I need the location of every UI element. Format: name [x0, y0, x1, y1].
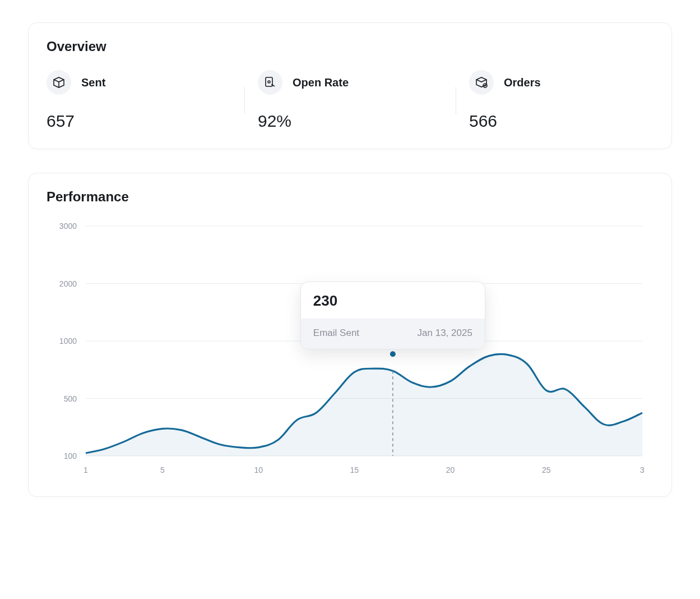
money-hand-icon — [258, 70, 282, 95]
performance-chart[interactable]: 10050010002000300015101520253 230 Email … — [47, 220, 653, 478]
stat-sent-label: Sent — [81, 76, 105, 89]
svg-text:100: 100 — [64, 451, 77, 460]
svg-text:500: 500 — [64, 394, 77, 403]
svg-text:1000: 1000 — [59, 337, 77, 345]
overview-stats: Sent 657 Open Rate 92% Orders 566 — [47, 70, 653, 131]
overview-card: Overview Sent 657 Open Rate 92% — [28, 22, 672, 149]
stat-open-rate-label: Open Rate — [293, 76, 349, 89]
svg-text:20: 20 — [446, 466, 455, 474]
stat-sent: Sent 657 — [47, 70, 244, 131]
performance-card: Performance 1005001000200030001510152025… — [28, 173, 672, 497]
stat-orders: Orders 566 — [456, 70, 653, 131]
svg-point-1 — [268, 81, 270, 83]
svg-text:5: 5 — [160, 466, 165, 474]
tooltip-date: Jan 13, 2025 — [418, 328, 472, 339]
svg-text:3000: 3000 — [59, 222, 77, 231]
svg-text:1: 1 — [84, 466, 88, 474]
performance-title: Performance — [47, 189, 653, 205]
svg-text:10: 10 — [254, 466, 263, 474]
stat-orders-value: 566 — [469, 112, 653, 131]
stat-orders-label: Orders — [504, 76, 541, 89]
stat-open-rate-value: 92% — [258, 112, 442, 131]
box-icon — [47, 70, 71, 95]
tooltip-value: 230 — [301, 282, 485, 319]
stat-sent-value: 657 — [47, 112, 231, 131]
overview-title: Overview — [47, 39, 653, 54]
box-plus-icon — [469, 70, 494, 95]
tooltip-label: Email Sent — [313, 328, 359, 339]
svg-text:25: 25 — [542, 466, 551, 474]
chart-tooltip: 230 Email Sent Jan 13, 2025 — [300, 282, 485, 349]
svg-text:2000: 2000 — [59, 279, 77, 288]
stat-open-rate: Open Rate 92% — [244, 70, 456, 131]
svg-text:15: 15 — [350, 466, 359, 474]
svg-point-21 — [390, 351, 396, 357]
svg-text:3: 3 — [640, 466, 645, 474]
